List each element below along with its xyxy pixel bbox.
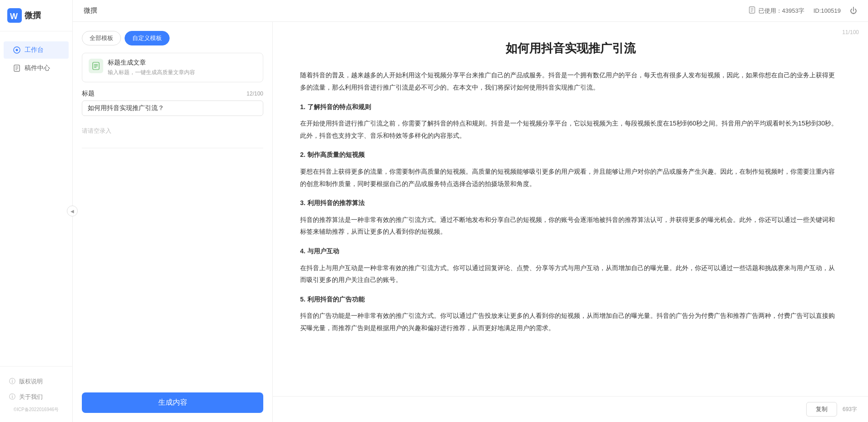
sidebar-item-copyright[interactable]: ⓘ 版权说明 [0, 374, 72, 389]
id-label: ID:100519 [813, 7, 841, 14]
copyright-label: 版权说明 [19, 377, 43, 386]
left-panel: 全部模板 自定义模板 标题生成文章 输入标题，一键生成高质量文章内容 [73, 22, 273, 422]
article-body: 随着抖音的普及，越来越多的人开始利用这个短视频分享平台来推广自己的产品或服务。抖… [300, 69, 841, 334]
section-4-content: 在抖音上与用户互动是一种非常有效的推广引流方式。你可以通过回复评论、点赞、分享等… [300, 262, 841, 286]
title-input[interactable] [82, 100, 263, 116]
section-4-heading: 4. 与用户互动 [300, 245, 841, 257]
logo-icon: W [7, 8, 22, 23]
workspace-icon [13, 46, 21, 54]
section-3-heading: 3. 利用抖音的推荐算法 [300, 197, 841, 209]
extra-form-group: 请请空录入 [82, 123, 263, 139]
about-label: 关于我们 [19, 393, 43, 401]
form-divider [82, 148, 263, 148]
sidebar-item-workspace[interactable]: 工作台 [4, 41, 69, 59]
usage-info: 已使用：43953字 [748, 6, 804, 15]
svg-point-3 [16, 49, 18, 51]
title-char-count: 12/100 [246, 90, 263, 97]
copyright-icon: ⓘ [9, 377, 15, 386]
usage-label: 已使用：43953字 [758, 7, 804, 15]
app-name: 微撰 [25, 10, 41, 21]
template-desc: 输入标题，一键生成高质量文章内容 [108, 69, 256, 76]
section-5-content: 抖音的广告功能是一种非常有效的推广引流方式。你可以通过广告投放来让更多的人看到你… [300, 310, 841, 334]
section-3-content: 抖音的推荐算法是一种非常有效的推广引流方式。通过不断地发布和分享自己的短视频，你… [300, 214, 841, 238]
main-area: 微撰 已使用：43953字 ID:100519 ⏻ [73, 0, 868, 422]
template-card-icon [89, 59, 103, 73]
template-card[interactable]: 标题生成文章 输入标题，一键生成高质量文章内容 [82, 53, 263, 82]
article-intro: 随着抖音的普及，越来越多的人开始利用这个短视频分享平台来推广自己的产品或服务。抖… [300, 69, 841, 93]
generate-button[interactable]: 生成内容 [82, 392, 263, 413]
section-2-heading: 2. 制作高质量的短视频 [300, 149, 841, 161]
article-title: 如何用抖音实现推广引流 [300, 40, 841, 56]
copy-button[interactable]: 复制 [806, 402, 837, 417]
workspace-label: 工作台 [25, 46, 44, 54]
template-info: 标题生成文章 输入标题，一键生成高质量文章内容 [108, 59, 256, 76]
article-footer: 复制 693字 [273, 396, 868, 422]
page-counter: 11/100 [842, 29, 859, 35]
tab-all-templates[interactable]: 全部模板 [82, 31, 121, 45]
sidebar-item-about[interactable]: ⓘ 关于我们 [0, 389, 72, 405]
tab-custom-templates[interactable]: 自定义模板 [125, 31, 170, 45]
word-count: 693字 [843, 406, 857, 413]
content-split: 全部模板 自定义模板 标题生成文章 输入标题，一键生成高质量文章内容 [73, 22, 868, 422]
section-1-content: 在开始使用抖音进行推广引流之前，你需要了解抖音的特点和规则。抖音是一个短视频分享… [300, 117, 841, 141]
nav-items: 工作台 稿件中心 [0, 31, 72, 366]
about-icon: ⓘ [9, 393, 15, 401]
sidebar-bottom: ⓘ 版权说明 ⓘ 关于我们 ©ICP备2022016946号 [0, 366, 72, 422]
extra-placeholder: 请请空录入 [82, 123, 263, 139]
template-name: 标题生成文章 [108, 59, 256, 67]
right-panel: 11/100 如何用抖音实现推广引流 随着抖音的普及，越来越多的人开始利用这个短… [273, 22, 868, 422]
article-container: 11/100 如何用抖音实现推广引流 随着抖音的普及，越来越多的人开始利用这个短… [273, 22, 868, 396]
icp-text: ©ICP备2022016946号 [0, 405, 72, 415]
title-label: 标题 [82, 90, 95, 98]
sidebar-item-drafts[interactable]: 稿件中心 [4, 60, 69, 77]
section-5-heading: 5. 利用抖音的广告功能 [300, 293, 841, 306]
header-title: 微撰 [84, 6, 97, 15]
drafts-label: 稿件中心 [25, 64, 50, 72]
header-right: 已使用：43953字 ID:100519 ⏻ [748, 6, 857, 15]
section-2-content: 要想在抖音上获得更多的流量，你需要制作高质量的短视频。高质量的短视频能够吸引更多… [300, 166, 841, 190]
title-form-group: 标题 12/100 [82, 90, 263, 116]
drafts-icon [13, 64, 21, 72]
svg-text:W: W [10, 12, 18, 21]
logo-area: W 微撰 [0, 0, 72, 31]
power-button[interactable]: ⏻ [850, 7, 857, 15]
header: 微撰 已使用：43953字 ID:100519 ⏻ [73, 0, 868, 22]
tab-bar: 全部模板 自定义模板 [82, 31, 263, 45]
sidebar: W 微撰 工作台 稿件中心 [0, 0, 73, 422]
section-1-heading: 1. 了解抖音的特点和规则 [300, 101, 841, 113]
title-label-row: 标题 12/100 [82, 90, 263, 98]
usage-icon [748, 6, 756, 15]
collapse-sidebar-button[interactable]: ◀ [67, 206, 78, 216]
